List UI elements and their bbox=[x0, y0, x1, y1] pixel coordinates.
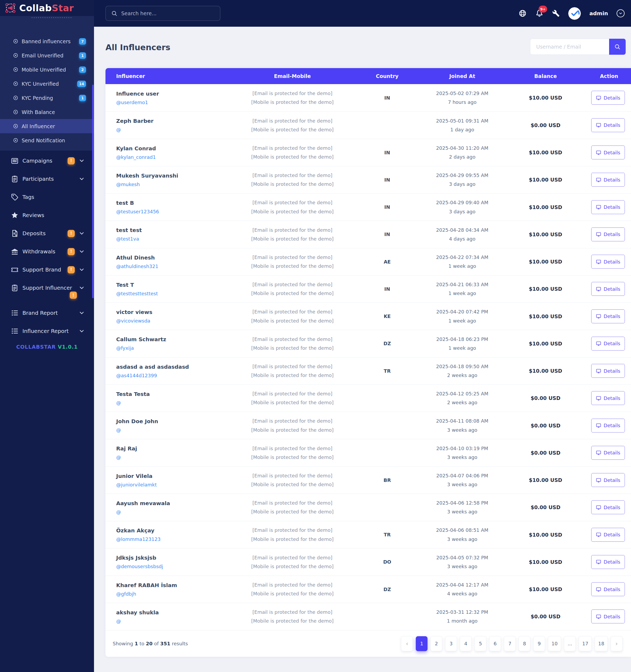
influencer-username-link[interactable]: @ bbox=[116, 427, 121, 433]
monitor-icon bbox=[596, 395, 601, 401]
pagination-page-1[interactable]: 1 bbox=[416, 636, 427, 651]
influencer-username-link[interactable]: @testtesttesttest bbox=[116, 291, 158, 296]
details-button[interactable]: Details bbox=[591, 227, 625, 241]
sidebar-item-mobile-unverified[interactable]: Mobile Unverified 2 bbox=[0, 63, 94, 77]
avatar[interactable] bbox=[568, 7, 581, 20]
sidebar: CollabStar Banned influencers 7 Email Un… bbox=[0, 0, 94, 672]
influencer-username-link[interactable]: @gfdbjh bbox=[116, 591, 136, 597]
global-search-input[interactable]: Search here... bbox=[106, 6, 220, 21]
details-button[interactable]: Details bbox=[591, 145, 625, 160]
influencer-username-link[interactable]: @demousersbsbsdj bbox=[116, 563, 163, 569]
influencer-username-link[interactable]: @ bbox=[116, 400, 121, 406]
details-button[interactable]: Details bbox=[591, 337, 625, 351]
pagination-page-9[interactable]: 9 bbox=[533, 636, 545, 651]
sidebar-menu-label: Reviews bbox=[22, 212, 44, 218]
influencer-name: Kylan Conrad bbox=[116, 145, 228, 152]
filter-search-button[interactable] bbox=[609, 39, 626, 55]
joined-date: 2025-04-29 09:40 AM bbox=[418, 198, 507, 207]
details-button[interactable]: Details bbox=[591, 609, 625, 623]
pagination-bar: Showing 1 to 20 of 351 results ‹12345678… bbox=[106, 630, 631, 657]
details-label: Details bbox=[604, 177, 620, 183]
language-globe-icon[interactable] bbox=[519, 9, 527, 17]
sidebar-item-withdrawals[interactable]: Withdrawals ! bbox=[0, 242, 94, 261]
user-menu-chevron-icon[interactable] bbox=[616, 9, 625, 17]
notifications-bell-icon[interactable]: 9+ bbox=[535, 9, 544, 18]
balance-amount: $10.00 USD bbox=[529, 286, 562, 292]
details-button[interactable]: Details bbox=[591, 200, 625, 214]
influencer-username-link[interactable]: @userdemo1 bbox=[116, 100, 148, 105]
details-button[interactable]: Details bbox=[591, 91, 625, 105]
sidebar-item-brand-report[interactable]: Brand Report bbox=[0, 304, 94, 322]
pagination-page-7[interactable]: 7 bbox=[504, 636, 516, 651]
sidebar-item-banned-influencers[interactable]: Banned influencers 7 bbox=[0, 34, 94, 48]
influencer-name: Kharef RABAH İslam bbox=[116, 582, 228, 589]
details-button[interactable]: Details bbox=[591, 500, 625, 514]
pagination-page-[interactable]: ... bbox=[564, 636, 576, 651]
sidebar-item-campaigns[interactable]: Campaigns ! bbox=[0, 152, 94, 170]
brand-logo[interactable]: CollabStar bbox=[0, 0, 94, 16]
pagination-page-8[interactable]: 8 bbox=[519, 636, 530, 651]
details-button[interactable]: Details bbox=[591, 282, 625, 296]
influencer-username-link[interactable]: @ bbox=[116, 509, 121, 515]
sidebar-item-support-influencer[interactable]: Support Influencer ! bbox=[0, 279, 94, 297]
pagination-page-17[interactable]: 17 bbox=[579, 636, 592, 651]
sidebar-scrollbar[interactable] bbox=[92, 85, 94, 298]
influencer-username-link[interactable]: @vicoviewsda bbox=[116, 318, 150, 323]
influencer-name: asdasd a asd asdasdasd bbox=[116, 364, 228, 370]
details-button[interactable]: Details bbox=[591, 255, 625, 269]
settings-wrench-icon[interactable] bbox=[552, 9, 560, 17]
details-button[interactable]: Details bbox=[591, 473, 625, 487]
influencer-username-link[interactable]: @as4144d12399 bbox=[116, 373, 157, 378]
sidebar-item-deposits[interactable]: Deposits ! bbox=[0, 224, 94, 242]
sidebar-item-kyc-pending[interactable]: KYC Pending 1 bbox=[0, 91, 94, 105]
brand-name: CollabStar bbox=[19, 3, 74, 13]
pagination-page-18[interactable]: 18 bbox=[595, 636, 608, 651]
pagination-page-2[interactable]: 2 bbox=[430, 636, 442, 651]
influencer-username-link[interactable]: @mukesh bbox=[116, 182, 140, 187]
details-button[interactable]: Details bbox=[591, 446, 625, 460]
sidebar-item-participants[interactable]: Participants bbox=[0, 170, 94, 188]
sidebar-item-reviews[interactable]: Reviews bbox=[0, 206, 94, 224]
email-protected-text: [Email is protected for the demo] bbox=[228, 225, 356, 234]
pagination-prev-button[interactable]: ‹ bbox=[401, 636, 413, 651]
monitor-icon bbox=[596, 423, 601, 428]
pagination-page-10[interactable]: 10 bbox=[548, 636, 561, 651]
sidebar-item-all-influencer[interactable]: All Influencer bbox=[0, 119, 94, 133]
pagination-page-5[interactable]: 5 bbox=[474, 636, 486, 651]
table-row: Kylan Conrad @kylan_conrad1 [Email is pr… bbox=[106, 139, 631, 166]
filter-input[interactable] bbox=[530, 39, 609, 55]
pagination-page-6[interactable]: 6 bbox=[489, 636, 501, 651]
sidebar-menu-label: Brand Report bbox=[22, 310, 58, 316]
influencer-username-link[interactable]: @fyxija bbox=[116, 345, 134, 351]
sidebar-item-kyc-unverified[interactable]: KYC Unverified 14 bbox=[0, 77, 94, 91]
sidebar-item-tags[interactable]: Tags bbox=[0, 188, 94, 206]
details-button[interactable]: Details bbox=[591, 418, 625, 433]
influencer-username-link[interactable]: @test1va bbox=[116, 236, 139, 242]
influencer-username-link[interactable]: @lommma123123 bbox=[116, 536, 161, 542]
sidebar-item-with-balance[interactable]: With Balance bbox=[0, 105, 94, 119]
influencer-username-link[interactable]: @kylan_conrad1 bbox=[116, 154, 156, 160]
bank-icon bbox=[11, 247, 19, 256]
influencer-username-link[interactable]: @juniorvilelamkt bbox=[116, 482, 157, 487]
influencer-username-link[interactable]: @ bbox=[116, 618, 121, 624]
sidebar-item-influencer-report[interactable]: Influencer Report bbox=[0, 322, 94, 340]
details-button[interactable]: Details bbox=[591, 555, 625, 569]
pagination-page-4[interactable]: 4 bbox=[460, 636, 472, 651]
influencer-username-link[interactable]: @athuldinesh321 bbox=[116, 264, 158, 269]
influencer-username-link[interactable]: @ bbox=[116, 127, 121, 133]
details-button[interactable]: Details bbox=[591, 309, 625, 323]
details-button[interactable]: Details bbox=[591, 118, 625, 132]
pagination-page-3[interactable]: 3 bbox=[445, 636, 457, 651]
influencer-username-link[interactable]: @testuser123456 bbox=[116, 209, 159, 214]
influencer-username-link[interactable]: @ bbox=[116, 454, 121, 460]
influencer-name: Özkan Akçay bbox=[116, 527, 228, 534]
details-button[interactable]: Details bbox=[591, 528, 625, 542]
pagination-next-button[interactable]: › bbox=[611, 636, 623, 651]
details-button[interactable]: Details bbox=[591, 173, 625, 187]
sidebar-item-email-unverified[interactable]: Email Unverified 1 bbox=[0, 48, 94, 63]
details-button[interactable]: Details bbox=[591, 364, 625, 378]
details-button[interactable]: Details bbox=[591, 582, 625, 596]
details-button[interactable]: Details bbox=[591, 391, 625, 405]
sidebar-item-support-brand[interactable]: Support Brand ! bbox=[0, 261, 94, 279]
sidebar-item-send-notification[interactable]: Send Notification bbox=[0, 133, 94, 147]
